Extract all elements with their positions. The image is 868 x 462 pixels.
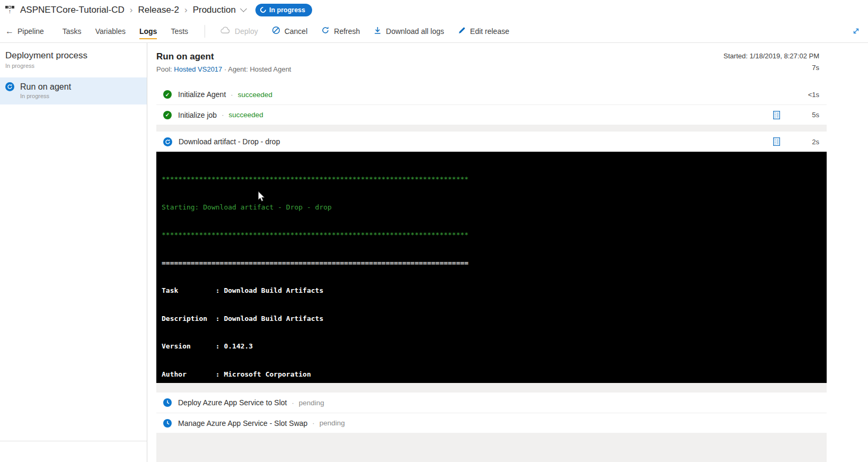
step-duration: 2s [802,138,819,146]
step-status: pending [320,419,345,427]
cloud-deploy-icon [220,27,231,36]
sidebar-item-status: In progress [20,93,71,99]
step-status: succeeded [229,111,263,119]
succeeded-check-icon: ✓ [163,111,172,119]
sidebar-divider [0,441,147,441]
step-name: Initialize job [178,111,217,119]
step-duration: <1s [802,91,819,99]
status-badge: In progress [255,4,312,16]
refresh-button[interactable]: Refresh [314,23,367,40]
pool-label: Pool: [156,65,172,73]
step-initialize-job[interactable]: ✓ Initialize job · succeeded 5s [156,104,827,125]
log-console[interactable]: ****************************************… [156,152,827,383]
download-all-logs-button[interactable]: Download all logs [367,23,451,40]
deployment-process-sidebar: Deployment process In progress Run on ag… [0,43,147,462]
step-manage-slot-swap[interactable]: Manage Azure App Service - Slot Swap · p… [156,413,827,433]
sidebar-heading-status: In progress [5,63,141,69]
dot-separator: · [231,91,233,99]
chevron-right-icon: › [184,5,188,15]
job-total-duration: 7s [723,64,819,72]
breadcrumb-pipeline-name[interactable]: ASPNETCore-Tutorial-CD [20,5,125,15]
download-all-logs-label: Download all logs [386,27,444,36]
sidebar-heading: Deployment process In progress [0,43,147,69]
sync-in-progress-icon [163,137,172,146]
tab-logs[interactable]: Logs [132,21,164,42]
edit-release-button[interactable]: Edit release [451,23,516,40]
edit-release-label: Edit release [470,27,509,36]
job-timing: Started: 1/18/2019, 8:27:02 PM 7s [723,52,819,72]
back-arrow-icon: ← [5,27,14,36]
cancel-icon [272,26,280,36]
log-line: ========================================… [162,258,821,268]
pool-link[interactable]: Hosted VS2017 [174,65,222,73]
dot-separator: · [312,419,314,427]
view-raw-log-icon[interactable] [773,137,780,146]
dot-separator: · [222,111,224,119]
sync-in-progress-icon [5,82,14,99]
log-line: Task : Download Build Artifacts [162,286,821,295]
toolbar-divider [205,25,205,38]
chevron-right-icon: › [130,5,133,15]
refresh-icon [321,26,330,36]
succeeded-check-icon: ✓ [163,90,172,99]
breadcrumb-bar: ↑ ASPNETCore-Tutorial-CD › Release-2 › P… [0,0,868,20]
sidebar-item-label: Run on agent [20,82,71,92]
step-initialize-agent[interactable]: ✓ Initialize Agent · succeeded <1s [156,84,827,104]
step-list: ✓ Initialize Agent · succeeded <1s ✓ Ini… [156,84,827,462]
log-line: ****************************************… [162,175,821,184]
breadcrumb-release-name[interactable]: Release-2 [138,5,179,15]
step-deploy-app-service[interactable]: Deploy Azure App Service to Slot · pendi… [156,393,827,413]
sidebar-heading-title: Deployment process [5,50,141,61]
step-status: pending [299,399,324,407]
step-name: Manage Azure App Service - Slot Swap [178,419,307,428]
job-header: Run on agent Pool: Hosted VS2017 · Agent… [147,43,868,73]
view-raw-log-icon[interactable] [773,111,780,119]
back-to-pipeline-button[interactable]: ← Pipeline [5,27,44,36]
breadcrumb-stage-name[interactable]: Production [193,5,236,15]
tab-tests[interactable]: Tests [164,21,195,42]
pending-clock-icon [163,419,172,428]
dot-separator: · [224,65,226,73]
log-line: Description : Download Build Artifacts [162,314,821,324]
in-progress-spinner-icon [259,6,268,14]
step-status: succeeded [238,91,272,99]
step-download-artifact[interactable]: Download artifact - Drop - drop 2s [156,132,827,152]
log-line: Version : 0.142.3 [162,342,821,351]
cancel-label: Cancel [285,27,308,36]
fullscreen-expand-icon[interactable] [852,27,861,38]
step-name: Deploy Azure App Service to Slot [178,398,287,407]
job-started-time: Started: 1/18/2019, 8:27:02 PM [723,52,819,60]
release-pipeline-icon: ↑ [4,6,15,14]
log-line: ****************************************… [162,230,821,240]
deploy-label: Deploy [235,27,258,36]
cancel-button[interactable]: Cancel [265,23,315,40]
sidebar-item-run-on-agent[interactable]: Run on agent In progress [0,77,147,104]
download-icon [374,26,382,36]
step-duration: 5s [802,111,819,119]
breadcrumb: ASPNETCore-Tutorial-CD › Release-2 › Pro… [20,4,312,16]
log-line: Author : Microsoft Corporation [162,370,821,379]
deploy-button[interactable]: Deploy [214,23,265,40]
status-badge-label: In progress [269,6,305,14]
log-line: Starting: Download artifact - Drop - dro… [162,203,821,212]
back-label: Pipeline [17,27,44,36]
refresh-label: Refresh [334,27,360,36]
group-gap [156,125,827,132]
group-gap [156,383,827,393]
dot-separator: · [291,399,294,407]
step-name: Initialize Agent [178,90,226,99]
toolbar: ← Pipeline Tasks Variables Logs Tests De… [0,20,868,43]
log-view: Run on agent Pool: Hosted VS2017 · Agent… [147,43,868,462]
tab-variables[interactable]: Variables [88,21,132,42]
tab-tasks[interactable]: Tasks [56,21,88,42]
agent-info: Agent: Hosted Agent [228,65,291,73]
step-name: Download artifact - Drop - drop [179,137,280,146]
pending-clock-icon [163,398,172,407]
chevron-down-icon[interactable] [240,5,247,12]
tab-bar: Tasks Variables Logs Tests [56,21,195,42]
edit-pencil-icon [458,27,466,36]
mouse-cursor [258,191,265,203]
